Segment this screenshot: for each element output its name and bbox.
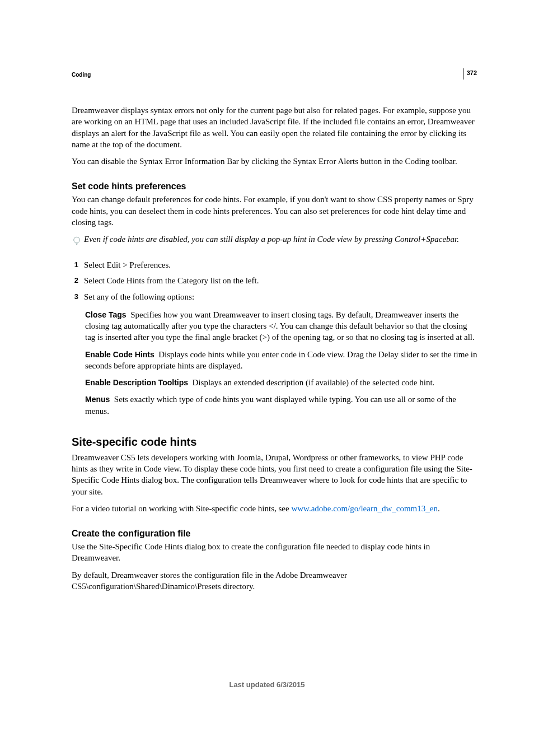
tutorial-link[interactable]: www.adobe.com/go/learn_dw_comm13_en: [291, 504, 437, 513]
step-text: Select Edit > Preferences.: [84, 259, 171, 270]
step-text: Select Code Hints from the Category list…: [84, 275, 259, 286]
body-paragraph: Use the Site-Specific Code Hints dialog …: [72, 541, 478, 564]
option-enable-description-tooltips: Enable Description Tooltips Displays an …: [85, 377, 478, 388]
option-close-tags: Close Tags Specifies how you want Dreamw…: [85, 309, 478, 343]
text-fragment: For a video tutorial on working with Sit…: [72, 504, 291, 513]
document-page: 372 Coding Dreamweaver displays syntax e…: [0, 0, 534, 756]
footer-last-updated: Last updated 6/3/2015: [0, 680, 534, 689]
body-paragraph: By default, Dreamweaver stores the confi…: [72, 570, 478, 592]
option-label: Enable Description Tooltips: [85, 378, 188, 387]
option-enable-code-hints: Enable Code Hints Displays code hints wh…: [85, 349, 478, 372]
option-label: Enable Code Hints: [85, 350, 154, 359]
body-paragraph: You can change default preferences for c…: [72, 194, 478, 228]
lightbulb-icon: [72, 235, 82, 249]
heading-site-specific-code-hints: Site-specific code hints: [72, 436, 478, 449]
body-paragraph: For a video tutorial on working with Sit…: [72, 503, 478, 514]
heading-set-code-hints-preferences: Set code hints preferences: [72, 181, 478, 192]
option-label: Close Tags: [85, 310, 127, 319]
body-paragraph: Dreamweaver displays syntax errors not o…: [72, 105, 478, 150]
option-text: Sets exactly which type of code hints yo…: [85, 395, 456, 415]
page-number: 372: [463, 68, 477, 80]
steps-list: Select Edit > Preferences. Select Code H…: [72, 259, 478, 302]
step-item: Set any of the following options:: [72, 291, 478, 302]
option-text: Specifies how you want Dreamweaver to in…: [85, 310, 475, 342]
step-text: Set any of the following options:: [84, 291, 194, 302]
step-item: Select Edit > Preferences.: [72, 259, 478, 270]
body-paragraph: You can disable the Syntax Error Informa…: [72, 156, 478, 167]
section-label: Coding: [72, 72, 478, 78]
body-paragraph: Dreamweaver CS5 lets developers working …: [72, 452, 478, 497]
option-text: Displays an extended description (if ava…: [193, 378, 435, 387]
heading-create-configuration-file: Create the configuration file: [72, 529, 478, 539]
tip-text: Even if code hints are disabled, you can…: [84, 234, 459, 245]
tip-callout: Even if code hints are disabled, you can…: [72, 234, 478, 249]
option-label: Menus: [85, 395, 110, 404]
option-menus: Menus Sets exactly which type of code hi…: [85, 394, 478, 417]
step-item: Select Code Hints from the Category list…: [72, 275, 478, 286]
text-fragment: .: [438, 504, 440, 513]
